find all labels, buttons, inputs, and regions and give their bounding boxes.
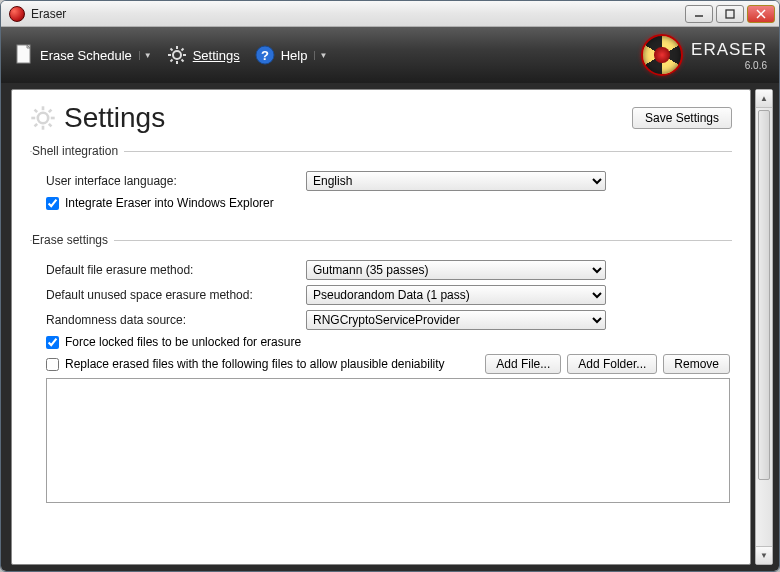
force-unlock-row[interactable]: Force locked files to be unlocked for er… <box>46 335 730 349</box>
page-header: Settings Save Settings <box>30 102 732 134</box>
svg-line-22 <box>49 124 52 127</box>
language-label: User interface language: <box>46 174 306 188</box>
help-icon: ? <box>254 44 276 66</box>
integrate-explorer-label: Integrate Eraser into Windows Explorer <box>65 196 274 210</box>
brand-version: 6.0.6 <box>691 60 767 71</box>
brand-name: ERASER <box>691 40 767 60</box>
brand-logo-icon <box>641 34 683 76</box>
force-unlock-label: Force locked files to be unlocked for er… <box>65 335 301 349</box>
window-title: Eraser <box>29 7 685 21</box>
page-title: Settings <box>64 102 632 134</box>
toolbar-erase-schedule[interactable]: Erase Schedule ▼ <box>13 44 152 66</box>
maximize-button[interactable] <box>716 5 744 23</box>
unused-method-label: Default unused space erasure method: <box>46 288 306 302</box>
toolbar-help[interactable]: ? Help ▼ <box>254 44 328 66</box>
svg-line-10 <box>170 49 172 51</box>
brand: ERASER 6.0.6 <box>641 34 767 76</box>
chevron-down-icon: ▼ <box>314 51 327 60</box>
svg-rect-1 <box>726 10 734 18</box>
window-controls <box>685 5 775 23</box>
group-legend: Shell integration <box>32 144 124 158</box>
deniability-checkbox[interactable] <box>46 358 59 371</box>
remove-button[interactable]: Remove <box>663 354 730 374</box>
language-select[interactable]: English <box>306 171 606 191</box>
scroll-down-icon[interactable]: ▼ <box>756 546 772 564</box>
svg-point-16 <box>38 113 48 123</box>
settings-panel: Settings Save Settings Shell integration… <box>11 89 751 565</box>
save-settings-button[interactable]: Save Settings <box>632 107 732 129</box>
integrate-explorer-row[interactable]: Integrate Eraser into Windows Explorer <box>46 196 730 210</box>
deniability-file-list[interactable] <box>46 378 730 503</box>
scroll-up-icon[interactable]: ▲ <box>756 90 772 108</box>
minimize-button[interactable] <box>685 5 713 23</box>
svg-text:?: ? <box>261 48 269 63</box>
toolbar-settings[interactable]: Settings <box>166 44 240 66</box>
close-button[interactable] <box>747 5 775 23</box>
minimize-icon <box>694 9 704 19</box>
group-legend: Erase settings <box>32 233 114 247</box>
vertical-scrollbar[interactable]: ▲ ▼ <box>755 89 773 565</box>
svg-line-12 <box>170 60 172 62</box>
unused-method-select[interactable]: Pseudorandom Data (1 pass) <box>306 285 606 305</box>
maximize-icon <box>725 9 735 19</box>
toolbar: Erase Schedule ▼ Settings ? Help ▼ ERASE… <box>1 27 779 83</box>
chevron-down-icon: ▼ <box>139 51 152 60</box>
titlebar: Eraser <box>1 1 779 27</box>
svg-line-13 <box>181 49 183 51</box>
integrate-explorer-checkbox[interactable] <box>46 197 59 210</box>
erase-settings-group: Erase settings Default file erasure meth… <box>30 233 732 513</box>
scroll-thumb[interactable] <box>758 110 770 480</box>
app-window: Eraser Erase Schedule ▼ Settings <box>0 0 780 572</box>
close-icon <box>756 9 766 19</box>
document-icon <box>13 44 35 66</box>
random-source-label: Randomness data source: <box>46 313 306 327</box>
app-icon <box>9 6 25 22</box>
add-file-button[interactable]: Add File... <box>485 354 561 374</box>
gear-icon <box>166 44 188 66</box>
deniability-label: Replace erased files with the following … <box>65 357 479 371</box>
content-area: Settings Save Settings Shell integration… <box>1 83 779 571</box>
svg-line-24 <box>49 110 52 113</box>
svg-point-5 <box>173 51 181 59</box>
svg-line-21 <box>35 110 38 113</box>
svg-line-23 <box>35 124 38 127</box>
gear-icon <box>30 105 56 131</box>
force-unlock-checkbox[interactable] <box>46 336 59 349</box>
file-method-label: Default file erasure method: <box>46 263 306 277</box>
shell-integration-group: Shell integration User interface languag… <box>30 144 732 225</box>
add-folder-button[interactable]: Add Folder... <box>567 354 657 374</box>
file-method-select[interactable]: Gutmann (35 passes) <box>306 260 606 280</box>
svg-line-11 <box>181 60 183 62</box>
random-source-select[interactable]: RNGCryptoServiceProvider <box>306 310 606 330</box>
